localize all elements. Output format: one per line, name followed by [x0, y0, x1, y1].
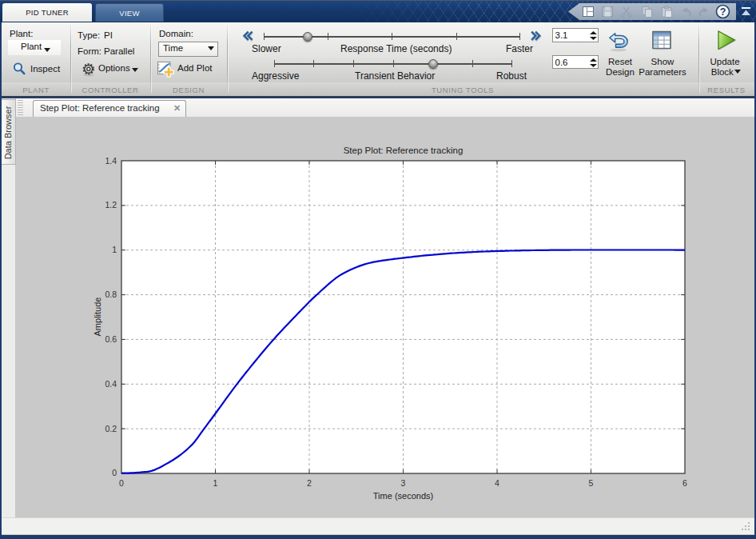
svg-text:?: ? [720, 6, 726, 18]
